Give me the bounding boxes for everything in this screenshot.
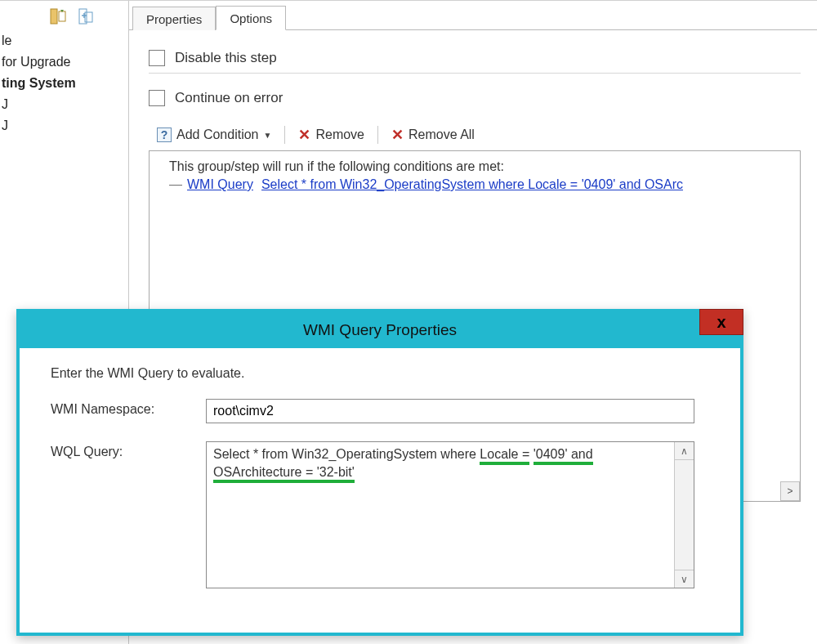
svg-rect-1 [59,11,65,21]
tree-item[interactable]: J [2,94,128,115]
tree-connector-icon: — [169,177,182,192]
remove-all-button[interactable]: ✕ Remove All [386,126,480,144]
condition-value-link[interactable]: Select * from Win32_OperatingSystem wher… [261,177,683,192]
wql-row: WQL Query: Select * from Win32_Operating… [51,441,719,588]
dialog-title: WMI Query Properties [303,321,457,339]
remove-condition-button[interactable]: ✕ Remove [293,126,369,144]
disable-step-row[interactable]: Disable this step [149,50,801,66]
svg-rect-2 [79,9,87,24]
add-condition-button[interactable]: ? Add Condition ▼ [152,126,276,144]
dialog-titlebar[interactable]: WMI Query Properties x [20,312,740,348]
wql-textarea-wrap: Select * from Win32_OperatingSystem wher… [206,441,694,588]
dialog-body: Enter the WMI Query to evaluate. WMI Nam… [20,348,740,588]
tab-properties[interactable]: Properties [132,7,216,30]
svg-rect-0 [51,9,57,24]
dialog-close-button[interactable]: x [699,309,743,335]
chevron-down-icon: ▼ [264,131,272,140]
wql-scrollbar[interactable]: ∧ ∨ [674,442,694,588]
tree-item[interactable]: for Upgrade [2,51,128,73]
svg-rect-3 [85,12,92,22]
continue-on-error-row[interactable]: Continue on error [149,90,801,106]
scroll-right-button[interactable]: > [780,481,800,501]
toolbar-separator [377,126,378,144]
dialog-hint: Enter the WMI Query to evaluate. [51,366,719,381]
add-condition-label: Add Condition [176,127,259,142]
x-icon: ✕ [298,127,310,142]
tree-tool-icon-2[interactable] [77,7,95,25]
disable-step-label: Disable this step [175,50,277,66]
help-icon: ? [157,127,172,142]
condition-type-label: WMI Query [187,177,253,192]
disable-step-checkbox[interactable] [149,50,165,66]
tree-item[interactable]: J [2,115,128,136]
namespace-input[interactable] [206,399,694,423]
tree-tool-icon-1[interactable] [49,7,67,25]
scroll-down-button[interactable]: ∨ [675,570,694,588]
wql-textarea[interactable]: Select * from Win32_OperatingSystem wher… [207,442,674,588]
continue-on-error-checkbox[interactable] [149,90,165,106]
conditions-message: This group/step will run if the followin… [169,159,793,174]
toolbar-separator [284,126,285,144]
scroll-up-button[interactable]: ∧ [675,442,694,460]
tabs: Properties Options [129,1,817,30]
tree-items[interactable]: le for Upgrade ting System J J [0,30,128,136]
separator [149,73,801,74]
tree-toolbar [0,7,128,30]
tree-item-selected[interactable]: ting System [2,73,128,94]
tree-item[interactable]: le [2,30,128,51]
namespace-label: WMI Namespace: [51,399,206,417]
remove-label: Remove [315,127,364,142]
namespace-row: WMI Namespace: [51,399,719,423]
wql-text-plain: Select * from Win32_OperatingSystem wher… [213,447,480,461]
condition-row[interactable]: — WMI Query Select * from Win32_Operatin… [169,177,793,192]
remove-all-label: Remove All [408,127,475,142]
continue-on-error-label: Continue on error [175,90,283,106]
conditions-toolbar: ? Add Condition ▼ ✕ Remove ✕ Remove All [149,123,801,149]
wql-label: WQL Query: [51,441,206,459]
wql-text-highlight-1: Locale = [480,447,529,465]
tab-options[interactable]: Options [216,6,286,30]
wmi-query-properties-dialog: WMI Query Properties x Enter the WMI Que… [16,309,743,636]
x-icon: ✕ [391,127,404,142]
